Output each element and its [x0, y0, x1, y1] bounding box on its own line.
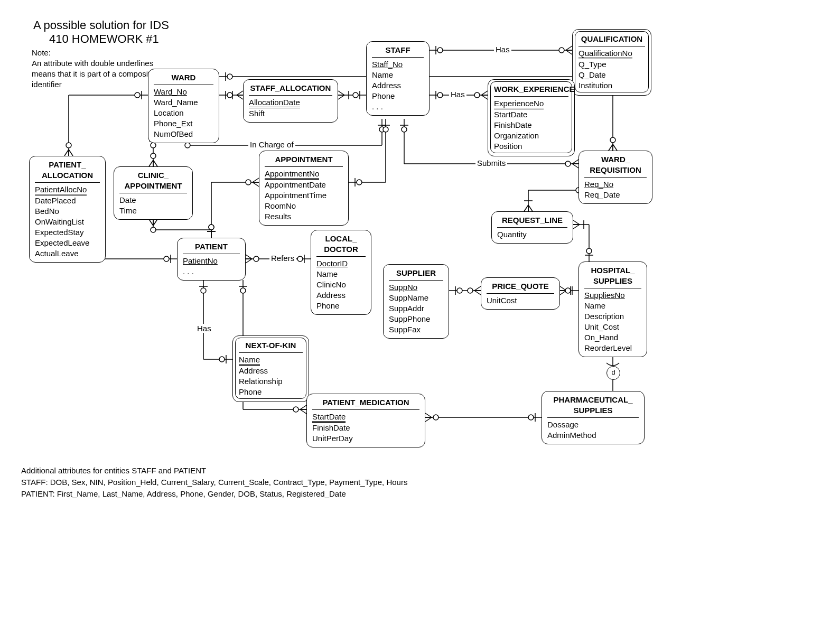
svg-point-80 — [209, 225, 214, 230]
attribute: DoctorID — [316, 258, 366, 269]
disjoint-circle: d — [606, 366, 620, 380]
svg-line-24 — [481, 95, 488, 99]
svg-line-107 — [613, 144, 617, 151]
entity-name: WORK_EXPERIENCE — [494, 83, 568, 96]
svg-line-62 — [149, 219, 153, 226]
attribute: DatePlaced — [35, 195, 100, 206]
svg-line-8 — [338, 91, 344, 95]
entity-attributes: UnitCost — [487, 293, 554, 306]
footer-staff: STAFF: DOB, Sex, NIN, Position_Held, Cur… — [21, 477, 407, 488]
svg-line-145 — [300, 405, 306, 409]
svg-line-4 — [237, 91, 243, 95]
entity-attributes: DoctorIDNameClinicNoAddressPhone — [316, 256, 366, 311]
svg-point-87 — [297, 256, 303, 262]
relationship-label: Has — [494, 45, 511, 54]
attribute: Results — [265, 211, 343, 222]
svg-line-99 — [572, 160, 578, 164]
entity-attributes: DateTime — [119, 193, 187, 216]
svg-point-128 — [457, 288, 462, 293]
entity-patientalloc: PATIENT_ALLOCATIONPatientAllocNoDatePlac… — [29, 156, 106, 263]
svg-point-53 — [151, 143, 156, 148]
entity-pharmasupplies: PHARMACEUTICAL_SUPPLIESDossageAdminMetho… — [542, 391, 645, 444]
attribute: Position — [494, 141, 568, 152]
entity-attributes: SuppliesNoNameDescriptionUnit_CostOn_Han… — [584, 288, 641, 353]
entity-staff: STAFFStaff_NoNameAddressPhone. . . — [366, 41, 430, 116]
svg-point-32 — [185, 143, 190, 148]
entity-attributes: AllocationDateShift — [249, 95, 332, 119]
attribute: Address — [239, 366, 303, 376]
attribute: FinishDate — [494, 120, 568, 130]
attribute: Dossage — [547, 419, 639, 430]
svg-line-75 — [253, 182, 259, 186]
entity-attributes: PatientNo. . . — [183, 254, 240, 277]
attribute: ReorderLevel — [584, 343, 641, 353]
attribute: Unit_Cost — [584, 322, 641, 332]
entity-attributes: NameAddressRelationshipPhone — [239, 352, 303, 397]
svg-line-149 — [425, 413, 432, 417]
entity-staffalloc: STAFF_ALLOCATIONAllocationDateShift — [243, 79, 338, 123]
svg-line-121 — [573, 225, 580, 229]
svg-point-91 — [201, 288, 206, 293]
svg-point-101 — [565, 161, 571, 166]
attribute: Phone — [316, 301, 366, 311]
svg-point-2 — [227, 92, 232, 98]
entity-attributes: DossageAdminMethod — [547, 417, 639, 441]
svg-point-143 — [240, 288, 246, 293]
attribute: BedNo — [35, 206, 100, 217]
entity-clinicapp: CLINIC_APPOINTMENTDateTime — [114, 166, 193, 220]
attribute: NumOfBed — [154, 129, 213, 139]
svg-line-18 — [566, 46, 572, 50]
svg-point-66 — [209, 225, 214, 230]
svg-point-132 — [468, 288, 473, 293]
relationship-label: Submits — [475, 158, 507, 167]
svg-point-72 — [357, 180, 362, 185]
attribute: UnitPerDay — [312, 433, 419, 444]
attribute: . . . — [183, 266, 240, 277]
svg-point-27 — [474, 92, 480, 98]
attribute: Q_Date — [578, 70, 645, 80]
title-line-2: 410 HOMEWORK #1 — [33, 32, 169, 46]
attribute: ActualLeave — [35, 248, 100, 259]
relationship-label: Has — [449, 90, 466, 99]
attribute: QualificationNo — [578, 48, 645, 59]
svg-point-147 — [293, 407, 298, 412]
entity-name: PRICE_QUOTE — [487, 280, 554, 293]
entity-patientmed: PATIENT_MEDICATIONStartDateFinishDateUni… — [306, 394, 425, 447]
svg-point-78 — [246, 180, 251, 185]
attribute: SuppFax — [389, 324, 443, 335]
entity-workexp: WORK_EXPERIENCEExperienceNoStartDateFini… — [488, 79, 575, 156]
entity-hospsupplies: HOSPITAL_SUPPLIESSuppliesNoNameDescripti… — [578, 262, 647, 357]
svg-point-97 — [402, 127, 407, 132]
svg-point-34 — [379, 127, 385, 132]
entity-name: SUPPLIER — [389, 267, 443, 280]
entity-name: HOSPITAL_SUPPLIES — [584, 264, 641, 288]
svg-point-105 — [227, 74, 232, 79]
attribute: Name — [372, 70, 424, 80]
attribute: Address — [316, 290, 366, 301]
attribute: . . . — [372, 101, 424, 112]
attribute: Staff_No — [372, 59, 424, 70]
attribute: Address — [372, 80, 424, 91]
svg-point-50 — [164, 256, 169, 262]
attribute: PatientNo — [183, 256, 240, 266]
entity-requestline: REQUEST_LINEQuantity — [491, 211, 573, 244]
attribute: Ward_Name — [154, 97, 213, 108]
attribute: AppointmentTime — [265, 190, 343, 201]
svg-line-114 — [524, 205, 528, 211]
svg-line-144 — [300, 409, 306, 414]
svg-line-82 — [246, 255, 252, 259]
svg-point-20 — [559, 48, 564, 53]
svg-point-154 — [528, 415, 534, 420]
relationship-label: In Charge of — [248, 140, 295, 149]
svg-line-135 — [560, 291, 566, 295]
svg-point-38 — [135, 92, 140, 98]
entity-attributes: QualificationNoQ_TypeQ_DateInstitution — [578, 46, 645, 91]
attribute: PatientAllocNo — [35, 184, 100, 195]
attribute: Q_Type — [578, 59, 645, 70]
attribute: Phone_Ext — [154, 118, 213, 129]
entity-attributes: SuppNoSuppNameSuppAddrSuppPhoneSuppFax — [389, 280, 443, 335]
entity-name: STAFF_ALLOCATION — [249, 82, 332, 95]
entity-name: QUALIFICATION — [578, 33, 645, 46]
svg-point-139 — [565, 288, 571, 293]
attribute: UnitCost — [487, 295, 554, 306]
